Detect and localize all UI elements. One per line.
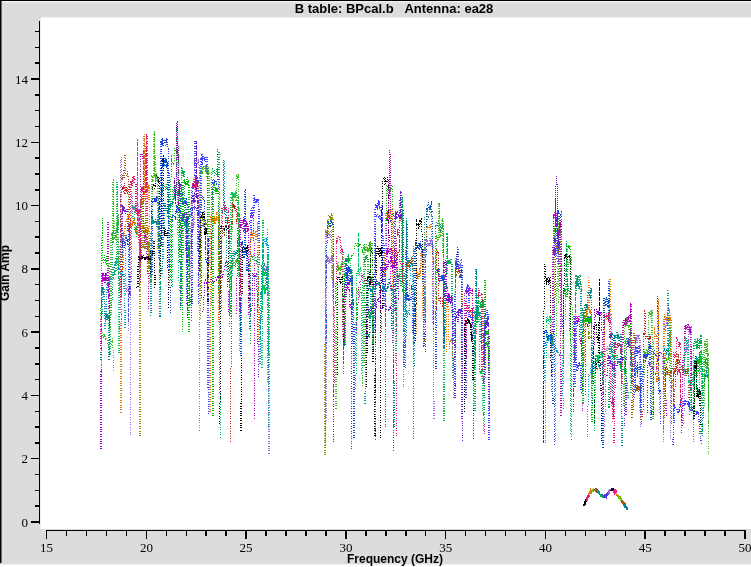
svg-text:Frequency (GHz): Frequency (GHz) — [347, 552, 443, 566]
svg-text:25: 25 — [240, 540, 253, 555]
svg-text:4: 4 — [22, 388, 29, 403]
svg-text:45: 45 — [639, 540, 652, 555]
svg-text:2: 2 — [22, 451, 29, 466]
svg-text:14: 14 — [15, 72, 29, 87]
svg-text:40: 40 — [539, 540, 552, 555]
svg-text:B table: BPcal.b Antenna: ea: B table: BPcal.b Antenna: ea28 — [295, 1, 494, 16]
svg-text:8: 8 — [22, 261, 29, 276]
svg-text:10: 10 — [15, 198, 28, 213]
svg-text:0: 0 — [22, 515, 29, 530]
svg-text:12: 12 — [15, 135, 28, 150]
svg-text:15: 15 — [40, 540, 53, 555]
svg-text:50: 50 — [739, 540, 751, 555]
svg-text:6: 6 — [22, 325, 29, 340]
svg-text:Gain Amp: Gain Amp — [0, 245, 12, 301]
svg-text:20: 20 — [140, 540, 153, 555]
